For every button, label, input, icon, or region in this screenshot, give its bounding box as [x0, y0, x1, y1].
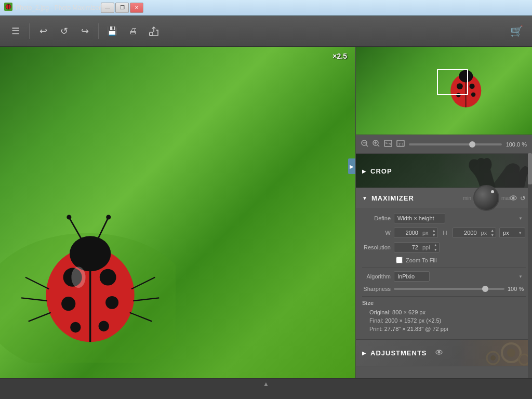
svg-point-12	[105, 296, 118, 309]
svg-point-39	[471, 92, 475, 97]
define-select[interactable]: Width × height Long side Short side Mega…	[394, 213, 445, 223]
save-button[interactable]: 💾	[103, 22, 122, 41]
adjustments-section: ▶ ADJUSTMENTS	[356, 340, 532, 366]
gears-image	[454, 340, 532, 366]
svg-point-53	[507, 349, 515, 357]
save-icon: 💾	[107, 26, 117, 36]
resolution-up-arrow[interactable]: ▲	[432, 243, 439, 247]
width-spinbox: 2000 px ▲ ▼	[394, 228, 438, 238]
size-section: Size Original: 800 × 629 px Final: 2000 …	[362, 300, 526, 332]
print-button[interactable]: 🖨	[124, 22, 142, 41]
bottom-expand-bar: ▲	[0, 378, 532, 389]
crop-preview-bg: ▶ CROP	[356, 154, 532, 188]
adjustments-bg-image	[454, 340, 532, 366]
original-size-row: Original: 800 × 629 px	[362, 309, 526, 315]
menu-button[interactable]: ☰	[6, 22, 25, 41]
zoom-fit-icon[interactable]	[384, 140, 392, 149]
adjustments-section-title: ADJUSTMENTS	[370, 349, 427, 357]
restore-button[interactable]: ❐	[115, 3, 129, 13]
resolution-down-arrow[interactable]: ▼	[432, 247, 439, 252]
define-label: Define	[362, 215, 391, 221]
zoom-controls-bar: 1:1 100.0 %	[356, 135, 532, 154]
dimensions-row: W 2000 px ▲ ▼ H 2000 px	[362, 228, 526, 238]
svg-point-14	[99, 321, 109, 331]
menu-icon: ☰	[11, 25, 20, 37]
ladybug-image	[0, 186, 176, 363]
width-label: W	[362, 230, 391, 236]
export-button[interactable]	[144, 22, 163, 41]
reset-icon[interactable]: ↺	[520, 194, 526, 202]
knob-max-label: max	[501, 195, 511, 201]
width-down-arrow[interactable]: ▼	[431, 233, 437, 237]
algorithm-select[interactable]: InPixio Bilinear Bicubic Lanczos	[394, 271, 430, 282]
zoom-out-icon[interactable]	[361, 140, 368, 149]
algorithm-label: Algorithm	[362, 273, 391, 280]
zoom-fill-checkbox[interactable]	[396, 257, 403, 263]
zoom-actual-icon[interactable]: 1:1	[396, 140, 405, 149]
maximizer-section-arrow: ▼	[362, 195, 367, 201]
height-spinbox: 2000 px ▲ ▼	[453, 228, 497, 238]
svg-line-44	[378, 145, 380, 147]
undo-button[interactable]: ↩	[34, 22, 52, 41]
toolbar: ☰ ↩ ↺ ↪ 💾 🖨 🛒	[0, 16, 532, 47]
cart-button[interactable]: 🛒	[507, 22, 526, 41]
unit-select[interactable]: px cm in mm	[499, 228, 525, 238]
panel-scrollbar-thumb[interactable]	[528, 153, 532, 184]
zoom-fill-label[interactable]: Zoom To Fill	[406, 257, 437, 263]
thumbnail-viewport-box[interactable]	[437, 69, 468, 95]
svg-point-37	[470, 84, 475, 89]
sharpness-thumb[interactable]	[482, 286, 488, 292]
maximizer-icons: ↺	[510, 194, 526, 202]
height-arrows: ▲ ▼	[489, 228, 496, 237]
zoom-slider[interactable]	[409, 143, 502, 145]
undo2-button[interactable]: ↺	[55, 22, 73, 41]
svg-point-15	[71, 267, 85, 288]
maximizer-knob[interactable]	[473, 185, 499, 211]
adjustments-visibility-icon[interactable]	[435, 349, 443, 356]
knob-indicator	[491, 190, 494, 193]
maximizer-section: ▼ MAXIMIZER ↺ min max	[356, 188, 532, 340]
zoom-fill-row: Zoom To Fill	[396, 257, 526, 263]
expand-up-icon[interactable]: ▲	[263, 380, 269, 388]
close-button[interactable]: ✕	[130, 3, 143, 13]
canvas-image: ×2.5	[0, 47, 355, 378]
resolution-input[interactable]: 72	[394, 243, 420, 252]
minimize-button[interactable]: —	[101, 3, 114, 13]
crop-section-header[interactable]: ▶ CROP	[356, 154, 532, 188]
crop-hands-image	[438, 154, 532, 188]
height-input[interactable]: 2000	[453, 228, 479, 237]
print-size-row: Print: 27.78" × 21.83" @ 72 ppi	[362, 326, 526, 332]
zoom-in-icon[interactable]	[373, 140, 380, 149]
redo-button[interactable]: ↪	[75, 22, 94, 41]
toolbar-separator	[29, 23, 30, 39]
svg-rect-47	[384, 140, 392, 147]
print-icon: 🖨	[129, 26, 137, 36]
side-panel-arrow[interactable]: ▶	[348, 158, 355, 174]
titlebar: Photo_2.jpg - Photo Maximizer — ❐ ✕	[0, 0, 532, 16]
height-down-arrow[interactable]: ▼	[489, 233, 496, 237]
adjustments-section-arrow: ▶	[362, 350, 366, 356]
algorithm-select-wrapper: InPixio Bilinear Bicubic Lanczos	[394, 271, 526, 282]
svg-text:1:1: 1:1	[398, 142, 404, 147]
maximizer-section-header[interactable]: ▼ MAXIMIZER ↺ min max	[356, 188, 532, 208]
undo-icon: ↩	[39, 25, 47, 37]
crop-section-title: CROP	[370, 167, 392, 175]
svg-line-41	[366, 145, 368, 147]
sharpness-slider[interactable]	[394, 288, 504, 290]
zoom-value-text: 100.0 %	[506, 141, 527, 148]
knob-min-label: min	[463, 195, 471, 201]
panel-scrollbar[interactable]	[528, 153, 532, 378]
adjustments-section-header[interactable]: ▶ ADJUSTMENTS	[356, 340, 532, 366]
svg-point-55	[490, 355, 496, 361]
zoom-slider-thumb[interactable]	[469, 141, 475, 148]
right-panel: 1:1 100.0 %	[355, 47, 532, 378]
define-row: Define Width × height Long side Short si…	[362, 213, 526, 223]
width-up-arrow[interactable]: ▲	[431, 228, 437, 233]
width-input[interactable]: 2000	[394, 228, 420, 237]
height-unit: px	[479, 230, 489, 236]
sharpness-row: Sharpness 100 %	[362, 286, 526, 292]
titlebar-title: Photo_2.jpg - Photo Maximizer	[16, 4, 101, 11]
height-separator-label: H	[443, 230, 447, 236]
svg-point-51	[512, 196, 515, 199]
height-up-arrow[interactable]: ▲	[489, 228, 496, 233]
